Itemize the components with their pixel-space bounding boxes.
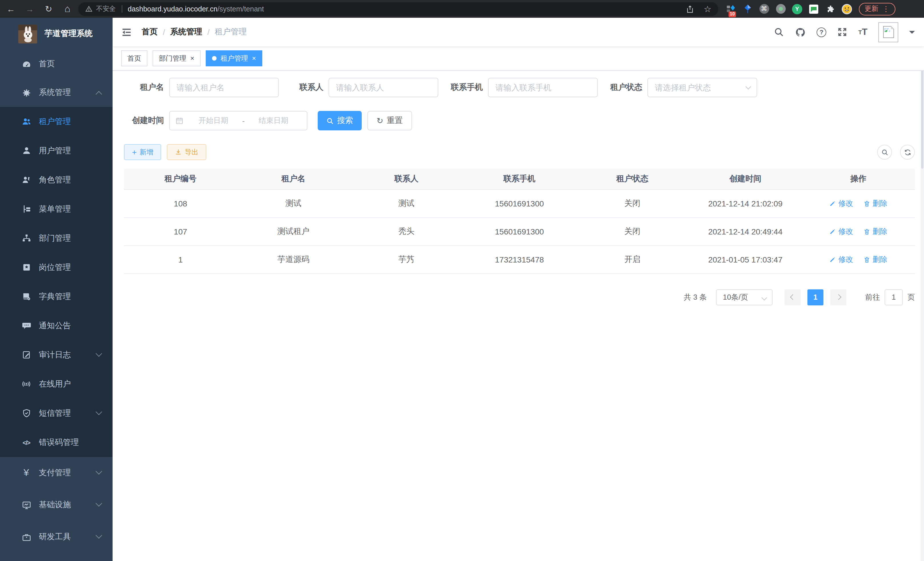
cell-tenant-id: 1 <box>124 245 237 273</box>
sidebar-item-tenant[interactable]: 租户管理 <box>0 107 112 136</box>
tab-label: 租户管理 <box>220 53 248 63</box>
share-icon[interactable] <box>686 4 694 14</box>
scrollbar[interactable] <box>921 18 924 561</box>
chevron-down-icon <box>96 532 102 539</box>
end-date-placeholder[interactable]: 结束日期 <box>246 116 301 126</box>
cell-status: 关闭 <box>576 189 689 217</box>
extension-emoji-icon[interactable] <box>842 4 852 14</box>
add-button[interactable]: + 新增 <box>124 144 161 160</box>
delete-link[interactable]: 删除 <box>863 226 887 236</box>
goto-unit-label: 页 <box>908 292 915 302</box>
toggle-search-button[interactable] <box>877 145 892 159</box>
extension-dot-icon[interactable] <box>776 4 786 14</box>
extension-y-icon[interactable]: Y <box>792 4 802 14</box>
prev-page-button[interactable] <box>784 289 801 305</box>
close-icon[interactable]: × <box>190 55 194 62</box>
sidebar-item-infra[interactable]: 基础设施 <box>0 489 112 521</box>
table-row: 1 芋道源码 芋艿 17321315478 开启 2021-01-05 17:0… <box>124 245 915 273</box>
page-content: 租户名 联系人 联系手机 租户状态 <box>112 71 924 561</box>
search-button[interactable]: 搜索 <box>318 111 362 130</box>
tab-dept[interactable]: 部门管理 × <box>153 50 201 66</box>
extension-badge: 10 <box>729 11 736 17</box>
sidebar-item-audit-log[interactable]: 审计日志 <box>0 340 112 369</box>
sidebar-item-dict[interactable]: 字典管理 <box>0 282 112 311</box>
sidebar-item-user[interactable]: 用户管理 <box>0 136 112 165</box>
chevron-down-icon <box>761 295 767 300</box>
cell-tenant-name: 芋道源码 <box>237 245 350 273</box>
edit-link[interactable]: 修改 <box>829 254 853 265</box>
export-button[interactable]: 导出 <box>167 144 206 160</box>
roles-icon <box>21 175 32 185</box>
online-icon <box>21 379 32 389</box>
sidebar-logo[interactable]: 芋道管理系统 <box>0 18 112 50</box>
start-date-placeholder[interactable]: 开始日期 <box>186 116 241 126</box>
next-page-button[interactable] <box>830 289 846 305</box>
extension-chat-icon[interactable] <box>808 4 819 14</box>
tab-tenant[interactable]: 租户管理 × <box>206 50 262 66</box>
browser-menu-icon[interactable]: ⋮ <box>882 5 890 13</box>
avatar-dropdown-caret-icon[interactable] <box>909 31 915 37</box>
edit-link[interactable]: 修改 <box>829 226 853 236</box>
sidebar-item-online-users[interactable]: 在线用户 <box>0 369 112 399</box>
sidebar-item-role[interactable]: 角色管理 <box>0 165 112 194</box>
reload-icon[interactable]: ↻ <box>44 5 54 13</box>
badge-icon <box>21 262 32 272</box>
trash-icon <box>863 200 870 207</box>
help-icon[interactable]: ? <box>817 27 826 37</box>
tab-home[interactable]: 首页 <box>121 50 147 66</box>
close-icon[interactable]: × <box>252 55 256 62</box>
goto-page-input[interactable] <box>885 289 903 305</box>
trash-icon <box>863 256 870 263</box>
sidebar-item-errorcode[interactable]: </> 错误码管理 <box>0 428 112 457</box>
extension-sketch-icon[interactable]: 10 <box>726 4 736 14</box>
sidebar-item-notice[interactable]: 通知公告 <box>0 311 112 340</box>
yen-icon: ¥ <box>21 468 32 478</box>
sidebar-item-dept[interactable]: 部门管理 <box>0 224 112 253</box>
cell-contact: 秃头 <box>350 217 463 245</box>
refresh-table-button[interactable] <box>900 145 915 159</box>
page-size-select[interactable]: 10条/页 <box>716 289 772 305</box>
sidebar-item-pay[interactable]: ¥ 支付管理 <box>0 457 112 489</box>
sidebar-item-post[interactable]: 岗位管理 <box>0 253 112 282</box>
back-icon[interactable]: ← <box>6 5 16 13</box>
font-size-icon[interactable]: TT <box>858 27 867 37</box>
breadcrumb-system[interactable]: 系统管理 <box>170 27 202 37</box>
cell-tenant-name: 测试租户 <box>237 217 350 245</box>
extension-kite-icon[interactable] <box>742 4 753 14</box>
extension-command-icon[interactable]: ⌘ <box>759 4 769 14</box>
url-host: dashboard.yudao.iocoder.cn <box>128 5 218 13</box>
avatar[interactable] <box>878 22 898 42</box>
status-select-input[interactable] <box>647 78 757 97</box>
delete-link[interactable]: 删除 <box>863 254 887 265</box>
sidebar-item-devtools[interactable]: 研发工具 <box>0 521 112 553</box>
current-page-button[interactable]: 1 <box>807 289 824 305</box>
top-navbar: 首页 / 系统管理 / 租户管理 ? <box>112 18 924 46</box>
browser-update-button[interactable]: 更新 ⋮ <box>859 3 896 15</box>
fullscreen-icon[interactable] <box>837 27 848 37</box>
sidebar-item-menu[interactable]: 菜单管理 <box>0 194 112 224</box>
sidebar-item-sms[interactable]: 短信管理 <box>0 399 112 428</box>
contact-input[interactable] <box>328 78 438 97</box>
bookmark-star-icon[interactable]: ☆ <box>704 4 711 14</box>
table-toolbar: + 新增 导出 <box>124 144 915 160</box>
delete-link[interactable]: 删除 <box>863 198 887 208</box>
tenant-name-input[interactable] <box>169 78 279 97</box>
search-button-label: 搜索 <box>337 116 353 126</box>
date-range-picker[interactable]: 开始日期 - 结束日期 <box>169 111 308 130</box>
home-icon[interactable]: ⌂ <box>62 4 73 14</box>
phone-input[interactable] <box>488 78 598 97</box>
address-bar[interactable]: 不安全 dashboard.yudao.iocoder.cn/system/te… <box>78 2 718 16</box>
forward-icon[interactable]: → <box>25 5 35 13</box>
sidebar-collapse-icon[interactable] <box>121 27 132 38</box>
edit-link[interactable]: 修改 <box>829 198 853 208</box>
sidebar-item-home[interactable]: 首页 <box>0 50 112 78</box>
reset-button[interactable]: ↻ 重置 <box>368 111 412 130</box>
extension-puzzle-icon[interactable] <box>825 4 836 14</box>
status-select[interactable] <box>647 78 757 97</box>
breadcrumb-home[interactable]: 首页 <box>142 27 158 37</box>
search-icon[interactable] <box>774 27 784 37</box>
sidebar-item-system[interactable]: 系统管理 <box>0 78 112 107</box>
github-icon[interactable] <box>795 27 806 38</box>
page-size-value: 10条/页 <box>723 292 748 302</box>
security-chip[interactable]: 不安全 <box>85 5 116 13</box>
